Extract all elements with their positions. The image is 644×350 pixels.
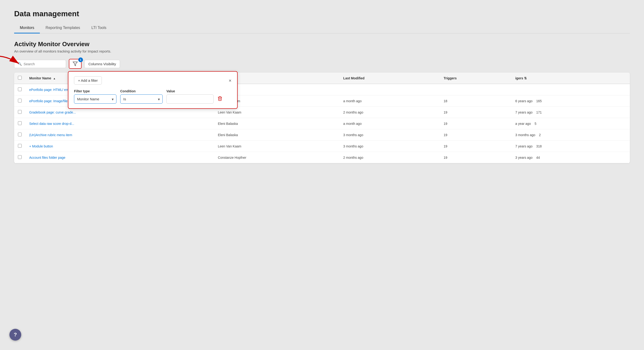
select-all-checkbox[interactable] bbox=[18, 76, 22, 80]
columns-visibility-button[interactable]: Columns Visibility bbox=[84, 60, 120, 68]
triggers2-cell bbox=[512, 84, 630, 95]
header-triggers[interactable]: Triggers bbox=[440, 72, 512, 84]
triggers2-cell: 3 years ago 44 bbox=[512, 152, 630, 163]
last-modified-cell: a month ago bbox=[340, 95, 440, 107]
row-checkbox[interactable] bbox=[18, 87, 22, 91]
row-checkbox[interactable] bbox=[18, 133, 22, 136]
filter-panel-header: + Add a filter × bbox=[74, 76, 232, 84]
triggers2-cell: 7 years ago 171 bbox=[512, 107, 630, 118]
condition-select[interactable]: Is Is not Contains Does not contain bbox=[120, 94, 163, 104]
monitor-name-link[interactable]: Select data raw score drop-d... bbox=[29, 122, 74, 126]
header-triggers2-label: igers bbox=[515, 76, 523, 80]
table-row: + Module button Leen Van Kaam 3 months a… bbox=[14, 141, 630, 152]
value-field: Value bbox=[166, 89, 214, 104]
filter-type-label: Filter type bbox=[74, 89, 116, 93]
header-triggers2[interactable]: igers ⇅ bbox=[512, 72, 630, 84]
add-filter-button[interactable]: + Add a filter bbox=[74, 76, 102, 84]
created-by-cell: Leen Van Kaam bbox=[214, 141, 340, 152]
filter-icon bbox=[72, 61, 78, 66]
filter-row: Filter type Monitor Name Created By Last… bbox=[74, 89, 232, 104]
table-row: (Un)Archive rubric menu item Eleni Balas… bbox=[14, 129, 630, 141]
toolbar: 🔍 1 Columns Visibility + Add a filter × … bbox=[14, 59, 630, 69]
table-row: Account files folder page Constanze Hopf… bbox=[14, 152, 630, 163]
monitor-name-link[interactable]: ePortfolio page: HTML/ emb... bbox=[29, 88, 73, 92]
triggers2-cell: 6 years ago 165 bbox=[512, 95, 630, 107]
header-last-modified[interactable]: Last Modified bbox=[340, 72, 440, 84]
last-modified-cell: 2 months ago bbox=[340, 152, 440, 163]
row-checkbox[interactable] bbox=[18, 155, 22, 159]
filter-button[interactable]: 1 bbox=[69, 59, 82, 69]
monitor-name-link[interactable]: Gradebook page: curve grade... bbox=[29, 110, 76, 114]
last-modified-cell: 2 months ago bbox=[340, 107, 440, 118]
triggers-cell: 19 bbox=[440, 107, 512, 118]
tab-monitors[interactable]: Monitors bbox=[14, 23, 40, 33]
row-checkbox[interactable] bbox=[18, 144, 22, 148]
svg-marker-1 bbox=[73, 62, 77, 66]
filter-panel: + Add a filter × Filter type Monitor Nam… bbox=[68, 71, 238, 109]
row-checkbox[interactable] bbox=[18, 99, 22, 102]
row-checkbox[interactable] bbox=[18, 110, 22, 114]
tab-reporting-templates[interactable]: Reporting Templates bbox=[40, 23, 86, 33]
triggers-cell: 19 bbox=[440, 129, 512, 141]
search-input[interactable] bbox=[24, 62, 62, 66]
last-modified-cell: 3 months ago bbox=[340, 141, 440, 152]
created-by-cell: Eleni Balaska bbox=[214, 129, 340, 141]
trash-icon bbox=[217, 96, 222, 101]
filter-type-select-wrapper: Monitor Name Created By Last Modified Tr… bbox=[74, 94, 116, 104]
help-button[interactable]: ? bbox=[10, 329, 21, 341]
tab-bar: Monitors Reporting Templates LTI Tools bbox=[14, 23, 630, 33]
last-modified-cell: 3 months ago bbox=[340, 129, 440, 141]
filter-type-field: Filter type Monitor Name Created By Last… bbox=[74, 89, 116, 104]
section-title: Activity Monitor Overview bbox=[14, 40, 630, 48]
triggers-cell bbox=[440, 84, 512, 95]
delete-filter-button[interactable] bbox=[217, 96, 222, 101]
created-by-cell: Constanze Hopfner bbox=[214, 152, 340, 163]
close-filter-button[interactable]: × bbox=[229, 78, 232, 83]
filter-type-select[interactable]: Monitor Name Created By Last Modified Tr… bbox=[74, 94, 116, 104]
triggers-cell: 19 bbox=[440, 118, 512, 129]
triggers-cell: 19 bbox=[440, 152, 512, 163]
created-by-cell: Eleni Balaska bbox=[214, 118, 340, 129]
search-box: 🔍 bbox=[14, 60, 66, 68]
section-description: An overview of all monitors tracking act… bbox=[14, 49, 630, 53]
tab-lti-tools[interactable]: LTI Tools bbox=[86, 23, 112, 33]
last-modified-cell bbox=[340, 84, 440, 95]
sort-icon-triggers2: ⇅ bbox=[524, 76, 527, 80]
row-checkbox[interactable] bbox=[18, 121, 22, 125]
condition-field: Condition Is Is not Contains Does not co… bbox=[120, 89, 163, 104]
triggers2-cell: 7 years ago 318 bbox=[512, 141, 630, 152]
condition-select-wrapper: Is Is not Contains Does not contain bbox=[120, 94, 163, 104]
monitor-name-link[interactable]: + Module button bbox=[29, 144, 53, 148]
last-modified-cell: a month ago bbox=[340, 118, 440, 129]
value-input[interactable] bbox=[166, 94, 214, 104]
monitor-name-link[interactable]: (Un)Archive rubric menu item bbox=[29, 133, 72, 137]
triggers-cell: 19 bbox=[440, 141, 512, 152]
monitor-name-link[interactable]: Account files folder page bbox=[29, 156, 65, 159]
value-label: Value bbox=[166, 89, 214, 93]
filter-badge: 1 bbox=[78, 57, 83, 62]
triggers-cell: 18 bbox=[440, 95, 512, 107]
triggers2-cell: a year ago 5 bbox=[512, 118, 630, 129]
sort-arrow-up: ▲ bbox=[53, 77, 56, 80]
condition-label: Condition bbox=[120, 89, 163, 93]
table-row: Select data raw score drop-d... Eleni Ba… bbox=[14, 118, 630, 129]
page-title: Data management bbox=[14, 9, 630, 18]
search-icon: 🔍 bbox=[18, 62, 22, 66]
header-checkbox-col bbox=[14, 72, 26, 84]
triggers2-cell: 3 months ago 2 bbox=[512, 129, 630, 141]
